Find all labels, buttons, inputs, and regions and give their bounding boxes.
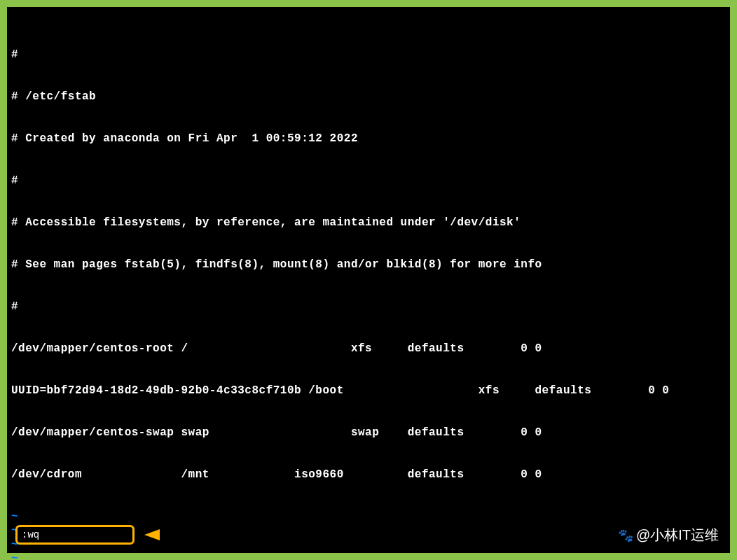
file-line: # [11,48,726,62]
terminal-window: # # /etc/fstab # Created by anaconda on … [7,7,730,553]
file-line: # [11,300,726,314]
vim-command-area: :wq [15,525,160,545]
annotation-arrow-icon [144,529,160,540]
file-line: # [11,174,726,188]
file-line: # /etc/fstab [11,90,726,104]
watermark-text: @小林IT运维 [636,526,719,545]
vim-tilde-line: ~ [11,552,726,560]
paw-icon: 🐾 [618,528,633,543]
file-line: # Created by anaconda on Fri Apr 1 00:59… [11,132,726,146]
file-content: # # /etc/fstab # Created by anaconda on … [11,20,726,510]
vim-command-input[interactable]: :wq [15,525,135,545]
file-line: # Accessible filesystems, by reference, … [11,216,726,230]
file-line: UUID=bbf72d94-18d2-49db-92b0-4c33c8cf710… [11,384,726,398]
vim-tilde-line: ~ [11,510,726,524]
file-line: /dev/mapper/centos-swap swap swap defaul… [11,426,726,440]
file-line: /dev/cdrom /mnt iso9660 defaults 0 0 [11,468,726,482]
file-line: # See man pages fstab(5), findfs(8), mou… [11,258,726,272]
watermark: 🐾 @小林IT运维 [618,526,719,545]
file-line: /dev/mapper/centos-root / xfs defaults 0… [11,342,726,356]
vim-command-text: :wq [22,529,39,540]
